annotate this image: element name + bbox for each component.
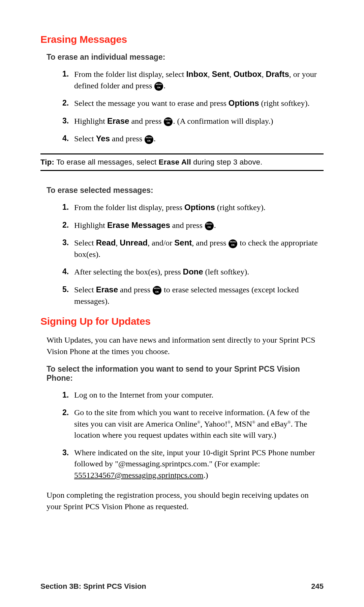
heading-erasing-messages: Erasing Messages [40,34,324,45]
step-text: From the folder list display, press [74,203,184,212]
step-text: Highlight [74,221,107,230]
footer-section: Section 3B: Sprint PCS Vision [40,582,146,591]
step-item: 3. Where indicated on the site, input yo… [64,447,324,481]
t: . [154,134,156,143]
t: and eBay [255,420,287,428]
t: , [116,238,120,247]
step-number: 2. [62,407,69,418]
bold: Sent [212,69,229,79]
bold: Drafts [266,69,289,79]
step-item: 3. Select Read, Unread, and/or Sent, and… [64,237,324,260]
step-text: Where indicated on the site, input your … [74,448,315,468]
steps-erase-individual: 1. From the folder list display, select … [40,68,324,145]
step-text: Highlight [74,117,107,125]
closing-paragraph: Upon completing the registration process… [47,490,324,512]
tip-text: To erase all messages, select [54,158,159,166]
trademark-icon: ® [197,420,200,425]
step-item: 4. After selecting the box(es), press Do… [64,266,324,278]
bold: Done [183,267,203,276]
t: and press [170,221,205,230]
step-text: Log on to the Internet from your compute… [74,391,213,399]
t: , [208,70,212,79]
menu-ok-icon [205,222,214,230]
t: , [262,70,266,79]
bold: Erase [96,285,118,294]
bold: Options [229,98,259,108]
step-item: 2. Select the message you want to erase … [64,97,324,109]
t: , [229,70,233,79]
t: (right softkey). [215,203,266,212]
t: . [214,221,216,230]
step-text: Select the message you want to erase and… [74,99,229,108]
subhead-select-info: To select the information you want to se… [47,365,324,383]
step-item: 2. Go to the site from which you want to… [64,407,324,441]
step-number: 2. [62,97,69,108]
page-footer: Section 3B: Sprint PCS Vision 245 [0,582,364,591]
heading-signing-up: Signing Up for Updates [40,316,324,327]
bold: Erase Messages [107,221,170,230]
footer-page-number: 245 [311,582,324,591]
intro-paragraph: With Updates, you can have news and info… [47,335,324,357]
step-number: 3. [62,115,69,126]
trademark-icon: ® [228,420,231,425]
menu-ok-icon [164,117,173,126]
step-item: 1. From the folder list display, press O… [64,202,324,213]
menu-ok-icon [145,135,153,144]
t: , and press [192,238,228,247]
menu-ok-icon [229,239,237,248]
step-text: Select [74,285,96,294]
t: , and/or [148,238,174,247]
step-number: 5. [62,284,69,295]
step-number: 1. [62,68,69,79]
bold: Erase [107,116,129,125]
tip-block: Tip: To erase all messages, select Erase… [40,153,324,171]
step-item: 2. Highlight Erase Messages and press . [64,220,324,231]
bold: Yes [96,134,110,143]
bold: Read [96,238,116,247]
trademark-icon: ® [252,420,255,425]
bold: Inbox [186,69,208,79]
step-text: After selecting the box(es), press [74,267,183,276]
step-item: 1. Log on to the Internet from your comp… [64,389,324,401]
t: . [163,81,165,90]
step-number: 4. [62,133,69,144]
steps-erase-selected: 1. From the folder list display, press O… [40,202,324,307]
step-number: 1. [62,202,69,212]
example-email-link: 5551234567@messaging.sprintpcs.com [74,471,203,480]
step-item: 3. Highlight Erase and press . (A confir… [64,115,324,127]
bold: Sent [174,238,192,247]
bold: Options [184,203,215,212]
step-text: Select [74,134,96,143]
step-item: 4. Select Yes and press . [64,133,324,145]
step-number: 4. [62,266,69,277]
t: , MSN [231,420,252,428]
bold: Unread [120,238,148,247]
t: and press [118,285,152,294]
tip-label: Tip: [40,158,54,166]
t: and press [110,134,144,143]
step-text: Select [74,238,96,247]
t: (left softkey). [203,267,249,276]
step-item: 5. Select Erase and press to erase selec… [64,284,324,307]
step-number: 1. [62,389,69,400]
step-number: 3. [62,447,69,458]
tip-bold: Erase All [159,158,191,166]
t: .) [203,471,208,480]
tip-text: during step 3 above. [191,158,263,166]
step-number: 2. [62,220,69,230]
t: , Yahoo! [200,420,228,428]
subhead-erase-selected: To erase selected messages: [47,186,324,195]
menu-ok-icon [154,82,163,91]
step-text: From the folder list display, select [74,70,186,79]
steps-signing-up: 1. Log on to the Internet from your comp… [40,389,324,481]
t: . (A confirmation will display.) [173,117,273,125]
t: and press [129,117,163,125]
menu-ok-icon [153,286,161,295]
bold: Outbox [233,69,262,79]
step-number: 3. [62,237,69,248]
step-item: 1. From the folder list display, select … [64,68,324,91]
subhead-erase-individual: To erase an individual message: [47,53,324,62]
t: (right softkey). [259,99,310,108]
